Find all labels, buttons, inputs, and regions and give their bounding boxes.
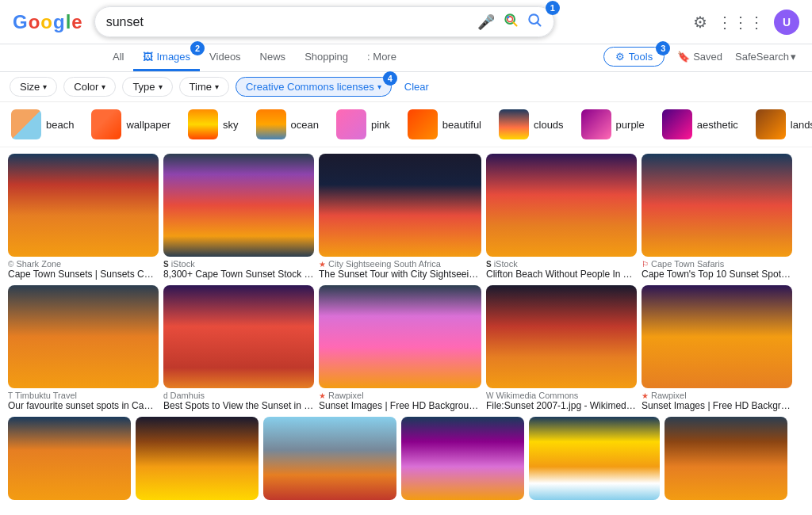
image-thumb-10: [642, 285, 792, 388]
image-thumb-8: [319, 285, 481, 388]
source-text-10: Rawpixel: [651, 391, 687, 400]
chip-ocean[interactable]: ocean: [248, 107, 327, 142]
tab-videos[interactable]: Videos: [200, 44, 251, 71]
image-thumb-12: [136, 417, 259, 500]
caption-5: Cape Town's Top 10 Sunset Spots • Ca...: [642, 269, 792, 280]
chip-wallpaper[interactable]: wallpaper: [83, 107, 178, 142]
source-8: ★ Rawpixel: [319, 391, 481, 400]
image-item-13[interactable]: [263, 417, 396, 500]
search-button[interactable]: [527, 12, 542, 32]
chip-wallpaper-thumb: [91, 109, 121, 139]
source-3: ★ City Sightseeing South Africa: [319, 259, 481, 269]
source-7: d Damhuis: [163, 391, 314, 400]
tab-images-label: Images: [156, 51, 190, 63]
chip-beach-label: beach: [46, 119, 74, 131]
chip-purple-label: purple: [616, 119, 645, 131]
tab-images[interactable]: 🖼 Images 2: [133, 44, 200, 71]
image-thumb-7: [163, 285, 314, 388]
saved-button[interactable]: 🔖 Saved: [677, 51, 722, 63]
image-item-6[interactable]: T Timbuktu Travel Our favourite sunset s…: [8, 285, 159, 414]
image-item-7[interactable]: d Damhuis Best Spots to View the Sunset …: [163, 285, 314, 414]
tab-more[interactable]: : More: [358, 44, 406, 71]
search-box: sunset 1 🎤: [94, 6, 554, 37]
chip-pink[interactable]: pink: [328, 107, 398, 142]
chip-landscape[interactable]: landscape: [748, 107, 812, 142]
cc-badge: 4: [383, 71, 397, 86]
microphone-icon[interactable]: 🎤: [477, 13, 495, 31]
image-item-1[interactable]: © Shark Zone Cape Town Sunsets | Sunsets…: [8, 154, 159, 282]
source-icon-1: ©: [8, 260, 13, 269]
color-label: Color: [74, 81, 98, 93]
image-item-8[interactable]: ★ Rawpixel Sunset Images | Free HD Backg…: [319, 285, 481, 414]
type-filter[interactable]: Type ▾: [122, 77, 172, 97]
image-item-12[interactable]: [136, 417, 259, 500]
color-chevron: ▾: [102, 82, 105, 91]
image-item-14[interactable]: [401, 417, 524, 500]
lens-icon[interactable]: [503, 12, 519, 32]
chip-aesthetic[interactable]: aesthetic: [654, 107, 746, 142]
images-tab-badge: 2: [190, 41, 205, 55]
safesearch-chevron: ▾: [791, 51, 796, 63]
tab-all[interactable]: All: [103, 44, 133, 71]
image-item-10[interactable]: ★ Rawpixel Sunset Images | Free HD Backg…: [642, 285, 792, 414]
source-2: S iStock: [163, 259, 314, 269]
image-item-9[interactable]: W Wikimedia Commons File:Sunset 2007-1.j…: [486, 285, 637, 414]
source-text-3: City Sightseeing South Africa: [328, 259, 441, 269]
chip-beautiful-label: beautiful: [442, 119, 481, 131]
tab-news[interactable]: News: [251, 44, 296, 71]
chip-beautiful[interactable]: beautiful: [400, 107, 489, 142]
color-filter[interactable]: Color ▾: [63, 77, 116, 97]
image-thumb-16: [665, 417, 787, 500]
image-item-2[interactable]: S iStock 8,300+ Cape Town Sunset Stock P…: [163, 154, 314, 282]
cc-filter[interactable]: Creative Commons licenses ▾ 4: [236, 77, 392, 97]
image-item-16[interactable]: [665, 417, 787, 500]
size-filter[interactable]: Size ▾: [10, 77, 57, 97]
image-info-4: S iStock Clifton Beach Without People In…: [486, 257, 637, 282]
caption-9: File:Sunset 2007-1.jpg - Wikimedia ...: [486, 400, 637, 411]
source-text-6: Timbuktu Travel: [15, 391, 77, 400]
chip-landscape-thumb: [756, 109, 786, 139]
tab-videos-label: Videos: [209, 51, 241, 63]
image-item-15[interactable]: [529, 417, 660, 500]
safesearch-button[interactable]: SafeSearch ▾: [735, 51, 796, 63]
search-input[interactable]: sunset: [106, 15, 477, 29]
chip-aesthetic-label: aesthetic: [697, 119, 738, 131]
image-thumb-14: [401, 417, 524, 500]
type-chevron: ▾: [159, 82, 163, 91]
image-thumb-2: [163, 154, 314, 257]
source-text-1: Shark Zone: [16, 259, 61, 269]
source-text-4: iStock: [494, 259, 518, 269]
image-item-11[interactable]: [8, 417, 131, 500]
chip-aesthetic-thumb: [662, 109, 692, 139]
chip-beach[interactable]: beach: [3, 107, 82, 142]
caption-6: Our favourite sunset spots in Cape To...: [8, 400, 159, 411]
chip-purple[interactable]: purple: [573, 107, 653, 142]
source-text-8: Rawpixel: [328, 391, 364, 400]
image-item-4[interactable]: S iStock Clifton Beach Without People In…: [486, 154, 637, 282]
apps-icon[interactable]: ⋮⋮⋮: [717, 13, 764, 32]
header-right: ⚙ ⋮⋮⋮ U: [693, 10, 799, 35]
image-thumb-1: [8, 154, 159, 257]
svg-line-5: [537, 23, 540, 26]
caption-3: The Sunset Tour with City Sightseeing ..…: [319, 269, 481, 280]
source-icon-9: W: [486, 391, 493, 400]
tools-button[interactable]: ⚙ Tools 3: [603, 47, 665, 67]
tab-shopping[interactable]: Shopping: [295, 44, 358, 71]
image-thumb-5: [642, 154, 792, 257]
google-logo[interactable]: Google: [13, 11, 82, 33]
image-info-7: d Damhuis Best Spots to View the Sunset …: [163, 388, 314, 414]
chip-sky[interactable]: sky: [180, 107, 247, 142]
image-grid: © Shark Zone Cape Town Sunsets | Sunsets…: [0, 147, 812, 506]
image-info-9: W Wikimedia Commons File:Sunset 2007-1.j…: [486, 388, 637, 414]
image-item-3[interactable]: ★ City Sightseeing South Africa The Suns…: [319, 154, 481, 282]
clear-filter[interactable]: Clear: [398, 78, 435, 96]
chip-wallpaper-label: wallpaper: [126, 119, 170, 131]
image-thumb-6: [8, 285, 159, 388]
time-filter[interactable]: Time ▾: [179, 77, 229, 97]
avatar[interactable]: U: [774, 10, 799, 35]
image-item-5[interactable]: ⚐ Cape Town Safaris Cape Town's Top 10 S…: [642, 154, 792, 282]
chip-clouds[interactable]: clouds: [491, 107, 572, 142]
image-info-10: ★ Rawpixel Sunset Images | Free HD Backg…: [642, 388, 792, 414]
tab-more-label: : More: [367, 51, 396, 63]
settings-icon[interactable]: ⚙: [693, 13, 707, 32]
